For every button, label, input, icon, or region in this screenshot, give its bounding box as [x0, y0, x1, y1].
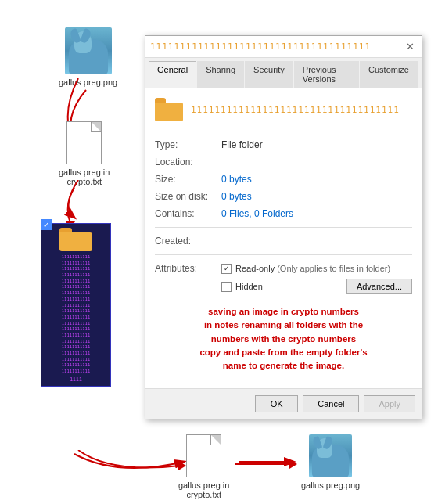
separator-1 [155, 131, 412, 131]
separator-3 [155, 254, 412, 255]
size-row: Size: 0 bytes [155, 174, 412, 185]
bottom-dragon-label: gallus preg.png [301, 481, 360, 490]
folder-icon-large [155, 98, 183, 121]
txt-file-item: gallus preg in crypto.txt [59, 121, 110, 186]
readonly-note: (Only applies to files in folder) [277, 264, 390, 273]
ok-button[interactable]: OK [255, 395, 298, 412]
type-label: Type: [155, 139, 221, 150]
attributes-row: Attributes: Read-only (Only applies to f… [155, 263, 412, 274]
bottom-dragon-item: gallus preg.png [301, 434, 360, 490]
location-label: Location: [155, 157, 221, 167]
notice-text: saving an image in crypto numbers in not… [155, 299, 412, 379]
folder-checkbox[interactable]: ✓ [41, 219, 52, 230]
location-row: Location: [155, 157, 412, 167]
created-label: Created: [155, 236, 221, 247]
created-row: Created: [155, 236, 412, 247]
type-value: File folder [221, 139, 263, 150]
contains-value: 0 Files, 0 Folders [221, 208, 293, 219]
close-button[interactable]: ✕ [403, 40, 417, 54]
folder-name: 11111111111111111111111111111111111 [191, 105, 400, 115]
contains-label: Contains: [155, 208, 221, 219]
attributes-label: Attributes: [155, 263, 221, 274]
advanced-button[interactable]: Advanced... [346, 279, 412, 294]
dialog-footer: OK Cancel Apply [145, 388, 422, 419]
hidden-checkbox[interactable] [221, 282, 232, 292]
properties-dialog: 1111111111111111111111111111111111111111… [145, 35, 422, 419]
tab-previous-versions[interactable]: Previous Versions [294, 61, 359, 88]
type-row: Type: File folder [155, 139, 412, 150]
separator-2 [155, 227, 412, 228]
cancel-button[interactable]: Cancel [303, 395, 359, 412]
apply-button[interactable]: Apply [364, 395, 415, 412]
bottom-txt-label: gallus preg in crypto.txt [178, 481, 229, 499]
size-on-disk-value: 0 bytes [221, 191, 252, 202]
hidden-label: Hidden [235, 282, 263, 291]
dialog-titlebar: 1111111111111111111111111111111111111111… [145, 36, 422, 58]
crypto-numbers: 1111111111111111111111111111111111111111… [45, 254, 107, 375]
tab-sharing[interactable]: Sharing [197, 61, 244, 88]
tab-security[interactable]: Security [245, 61, 293, 88]
dialog-title: 1111111111111111111111111111111111111111… [150, 41, 369, 52]
tab-customize[interactable]: Customize [360, 61, 418, 88]
crypto-folder-area: ✓ 11111111111111111111111111111111111111… [41, 223, 111, 387]
dialog-content: 11111111111111111111111111111111111 Type… [145, 88, 422, 388]
txt-file-icon [66, 121, 102, 164]
svg-marker-4 [289, 459, 297, 469]
tab-bar: General Sharing Security Previous Versio… [145, 58, 422, 88]
folder-bottom-number: 1111 [45, 376, 107, 382]
tab-general[interactable]: General [149, 61, 196, 88]
contains-row: Contains: 0 Files, 0 Folders [155, 208, 412, 219]
size-on-disk-row: Size on disk: 0 bytes [155, 191, 412, 202]
size-value: 0 bytes [221, 174, 252, 185]
hidden-row: Hidden Advanced... [155, 279, 412, 294]
bottom-txt-icon [186, 434, 221, 477]
size-label: Size: [155, 174, 221, 185]
size-on-disk-label: Size on disk: [155, 191, 221, 202]
readonly-text: Read-only (Only applies to files in fold… [235, 264, 390, 273]
crypto-folder: 1111111111111111111111111111111111111111… [41, 223, 111, 387]
folder-header: 11111111111111111111111111111111111 [155, 98, 412, 121]
readonly-checkbox[interactable] [221, 264, 232, 274]
bottom-dragon-image [309, 434, 352, 477]
bottom-txt-item: gallus preg in crypto.txt [178, 434, 229, 499]
gallus-preg-image [65, 27, 112, 74]
readonly-label: Read-only [235, 264, 275, 273]
